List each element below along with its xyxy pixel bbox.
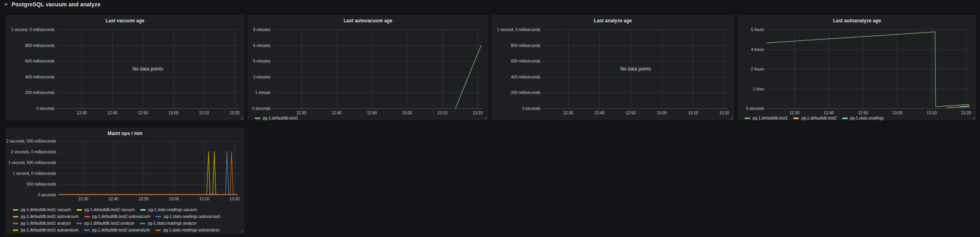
legend-label: pg-1.defaultdb.test1	[753, 116, 788, 120]
y-tick-label: 600 milliseconds	[25, 59, 55, 63]
no-data-message: No data points	[57, 66, 239, 72]
legend: pg-1.defaultdb.test1pg-1.defaultdb.test2…	[745, 115, 973, 121]
x-tick-label: 12:50	[626, 111, 636, 115]
gridline	[543, 77, 728, 77]
panel-last-autoanalyze-age: Last autoanalyze age 0 seconds1 hour2 ho…	[738, 15, 976, 120]
panel-title[interactable]: Last vacuum age	[6, 18, 244, 24]
y-tick-label: 8 minutes	[253, 27, 270, 32]
panel-resize-handle[interactable]	[972, 116, 975, 119]
x-axis: 12:3012:4012:5013:0013:1013:20	[57, 111, 239, 116]
legend-label: pg-1.defaultdb.test2 autoanalyze	[92, 228, 150, 232]
gridline	[767, 108, 970, 109]
gridline	[57, 29, 239, 30]
y-tick-label: 200 milliseconds	[511, 90, 540, 95]
gridline	[57, 92, 239, 93]
legend-label: pg-1.stats.readings	[850, 116, 884, 120]
legend-label: pg-1.defaultdb.test2 autovacuum	[92, 214, 151, 219]
y-tick-label: 400 milliseconds	[511, 74, 540, 79]
legend-item[interactable]: pg-1.defaultdb.test1 autovacuum	[13, 214, 79, 219]
x-tick-label: 13:20	[230, 111, 240, 115]
series-line	[59, 152, 238, 194]
legend-label: pg-1.defaultdb.test2	[801, 116, 836, 120]
y-tick-label: 1 second, 0 milliseconds	[13, 171, 56, 176]
legend-item[interactable]: pg-1.defaultdb.test1	[255, 116, 298, 120]
gridline	[543, 29, 728, 30]
legend-row: pg-1.defaultdb.test1 analyzepg-1.default…	[13, 220, 241, 227]
gridline	[543, 45, 728, 46]
gridline	[57, 45, 239, 46]
series-layer	[767, 29, 970, 108]
row-header-postgresql-vacuum-and-analyze[interactable]: PostgreSQL vacuum and analyze	[3, 0, 101, 9]
panel-title[interactable]: Maint ops / min	[6, 131, 244, 136]
panel-resize-handle[interactable]	[240, 116, 243, 119]
legend-label: pg-1.defaultdb.test1 autovacuum	[21, 214, 79, 219]
legend-item[interactable]: pg-1.stats.readings vacuum	[140, 208, 197, 212]
series-layer	[273, 29, 482, 108]
legend-item[interactable]: pg-1.defaultdb.test2 autovacuum	[84, 214, 151, 219]
legend-item[interactable]: pg-1.stats.readings autovacuum	[156, 214, 220, 219]
legend-row: pg-1.defaultdb.test1pg-1.defaultdb.test2…	[745, 115, 973, 121]
x-tick-label: 13:00	[657, 111, 667, 115]
series-color-icon	[76, 223, 82, 224]
series-color-icon	[745, 118, 750, 119]
y-tick-label: 800 milliseconds	[25, 43, 55, 47]
series-color-icon	[13, 209, 18, 211]
series-line	[767, 32, 969, 107]
legend-item[interactable]: pg-1.stats.readings	[842, 116, 884, 120]
y-tick-label: 5 minutes	[253, 59, 270, 63]
x-axis: 12:3012:4012:5013:0013:1013:20	[59, 197, 239, 202]
y-tick-label: 0 seconds	[522, 106, 540, 111]
y-tick-label: 6 minutes	[253, 43, 270, 47]
y-tick-label: 800 milliseconds	[511, 43, 540, 47]
legend-item[interactable]: pg-1.stats.readings analyze	[140, 221, 196, 225]
y-tick-label: 1 hour	[753, 86, 764, 91]
x-tick-label: 12:50	[139, 197, 149, 201]
panel-resize-handle[interactable]	[240, 229, 243, 232]
legend-item[interactable]: pg-1.defaultdb.test2	[793, 116, 836, 120]
y-tick-label: 1 second, 500 milliseconds	[8, 161, 56, 165]
legend-item[interactable]: pg-1.stats.readings autoanalyze	[155, 228, 220, 232]
legend-item[interactable]: pg-1.defaultdb.test1 analyze	[13, 221, 71, 225]
dashboard-page: PostgreSQL vacuum and analyze Last vacuu…	[0, 0, 980, 237]
legend-item[interactable]: pg-1.defaultdb.test1 autoanalyze	[13, 228, 78, 232]
legend-item[interactable]: pg-1.defaultdb.test2 analyze	[76, 221, 135, 225]
legend-row: pg-1.defaultdb.test1 vacuumpg-1.defaultd…	[13, 206, 241, 213]
gridline	[273, 108, 482, 109]
legend: pg-1.defaultdb.test1 vacuumpg-1.defaultd…	[13, 206, 241, 233]
x-axis: 12:3012:4012:5013:0013:1013:20	[543, 111, 728, 116]
x-tick-label: 12:50	[138, 111, 148, 115]
plot-area: No data points	[543, 29, 728, 108]
panel-last-analyze-age: Last analyze age 0 seconds200 millisecon…	[492, 15, 734, 120]
legend-item[interactable]: pg-1.defaultdb.test2 autoanalyze	[84, 228, 150, 232]
panel-title[interactable]: Last analyze age	[492, 18, 734, 24]
panel-last-autovacuum-age: Last autovacuum age 0 seconds1 minute3 m…	[248, 15, 488, 120]
y-tick-label: 400 milliseconds	[25, 74, 55, 79]
gridline	[543, 61, 728, 61]
gridline	[543, 92, 728, 93]
gridline	[57, 77, 239, 77]
series-layer	[59, 141, 239, 195]
panel-title[interactable]: Last autoanalyze age	[738, 18, 976, 24]
x-tick-label: 12:40	[108, 111, 117, 115]
series-color-icon	[842, 118, 848, 119]
legend-row: pg-1.defaultdb.test1	[255, 115, 485, 121]
x-tick-label: 13:00	[168, 111, 178, 115]
series-color-icon	[76, 209, 82, 211]
x-tick-label: 12:30	[77, 111, 87, 115]
series-color-icon	[155, 229, 161, 231]
panel-title[interactable]: Last autovacuum age	[248, 18, 487, 24]
series-color-icon	[156, 216, 161, 217]
y-tick-label: 0 seconds	[36, 106, 55, 111]
legend-item[interactable]: pg-1.defaultdb.test1	[745, 116, 788, 120]
y-tick-label: 2 seconds, 0 milliseconds	[11, 150, 56, 154]
series-color-icon	[13, 229, 18, 231]
y-tick-label: 5 hours	[751, 27, 764, 32]
legend-item[interactable]: pg-1.defaultdb.test2 vacuum	[76, 208, 135, 212]
y-tick-label: 200 milliseconds	[25, 90, 55, 95]
panel-maint-ops-per-min: Maint ops / min 0 seconds500 millisecond…	[6, 128, 244, 233]
y-tick-label: 0 seconds	[38, 193, 56, 197]
series-color-icon	[255, 118, 260, 119]
legend-item[interactable]: pg-1.defaultdb.test1 vacuum	[13, 208, 71, 212]
panel-resize-handle[interactable]	[484, 116, 487, 119]
panel-resize-handle[interactable]	[730, 116, 733, 119]
